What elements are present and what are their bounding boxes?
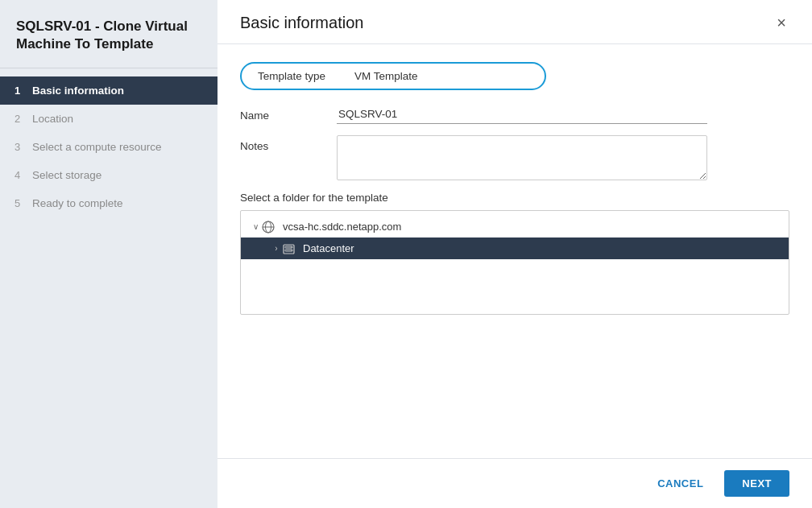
folder-section-label: Select a folder for the template <box>240 192 789 204</box>
content-footer: CANCEL NEXT <box>218 458 812 508</box>
tree-root-label: vcsa-hc.sddc.netapp.com <box>283 221 401 233</box>
folder-tree: ∨ vcsa-hc.sddc.netapp.com › <box>240 210 789 315</box>
step-label-5: Ready to complete <box>32 197 123 209</box>
dialog: SQLSRV-01 - Clone Virtual Machine To Tem… <box>0 0 812 508</box>
svg-point-6 <box>291 246 292 247</box>
notes-input[interactable] <box>337 135 707 180</box>
sidebar-step-ready[interactable]: 5 Ready to complete <box>0 189 218 217</box>
step-num-3: 3 <box>14 141 26 153</box>
sidebar-step-basic-information[interactable]: 1 Basic information <box>0 76 218 105</box>
datacenter-icon <box>283 242 298 255</box>
tree-datacenter-label: Datacenter <box>303 242 354 254</box>
tree-item-root[interactable]: ∨ vcsa-hc.sddc.netapp.com <box>241 216 789 237</box>
next-button[interactable]: NEXT <box>724 470 789 497</box>
step-num-2: 2 <box>14 113 26 125</box>
content: Basic information × Template type VM Tem… <box>218 0 812 508</box>
sidebar-step-storage[interactable]: 4 Select storage <box>0 161 218 189</box>
notes-label: Notes <box>240 135 337 152</box>
name-label: Name <box>240 105 337 122</box>
svg-point-7 <box>291 250 292 250</box>
content-header: Basic information × <box>218 0 812 44</box>
page-title: Basic information <box>240 14 363 32</box>
tree-item-datacenter[interactable]: › Datacenter <box>241 237 789 259</box>
globe-icon <box>262 220 278 233</box>
step-label-2: Location <box>32 113 73 125</box>
step-num-1: 1 <box>14 85 26 97</box>
sidebar: SQLSRV-01 - Clone Virtual Machine To Tem… <box>0 0 218 508</box>
template-type-value: VM Template <box>354 70 418 82</box>
sidebar-title: SQLSRV-01 - Clone Virtual Machine To Tem… <box>0 0 218 68</box>
step-num-5: 5 <box>14 197 26 209</box>
close-button[interactable]: × <box>773 13 789 32</box>
tree-toggle-datacenter: › <box>270 244 283 253</box>
step-num-4: 4 <box>14 169 26 181</box>
step-label-3: Select a compute resource <box>32 141 162 153</box>
name-input[interactable] <box>337 105 707 124</box>
sidebar-step-compute[interactable]: 3 Select a compute resource <box>0 133 218 161</box>
notes-row: Notes <box>240 135 789 180</box>
sidebar-step-location[interactable]: 2 Location <box>0 105 218 133</box>
step-label-1: Basic information <box>32 85 124 97</box>
content-body: Template type VM Template Name Notes Sel… <box>218 44 812 458</box>
sidebar-steps: 1 Basic information 2 Location 3 Select … <box>0 68 218 225</box>
template-type-label: Template type <box>258 70 354 82</box>
cancel-button[interactable]: CANCEL <box>646 471 715 496</box>
template-type-row: Template type VM Template <box>240 62 546 90</box>
tree-toggle-root: ∨ <box>249 222 262 231</box>
step-label-4: Select storage <box>32 169 102 181</box>
name-row: Name <box>240 105 789 124</box>
